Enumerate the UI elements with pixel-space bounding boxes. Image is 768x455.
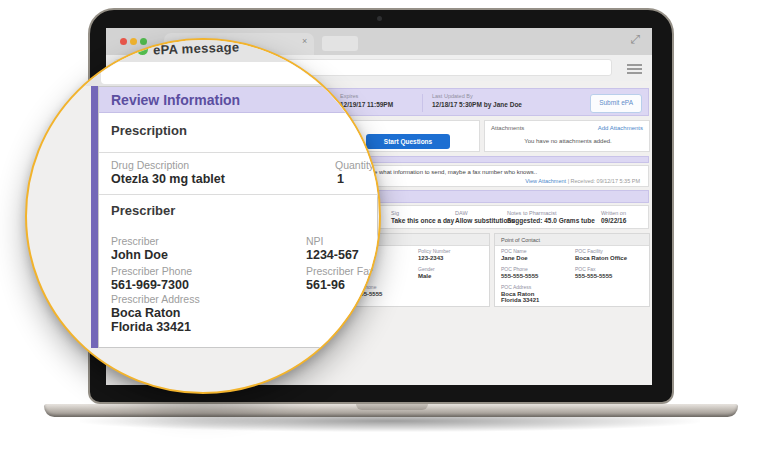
new-tab-stub[interactable]: [322, 36, 358, 51]
lens-drug-label: Drug Description: [111, 159, 189, 171]
poc-facility-value: Boca Raton Office: [575, 255, 627, 261]
written-on-field: Written on 09/22/16: [601, 206, 626, 224]
view-attachment-link[interactable]: View Attachment: [525, 178, 566, 184]
close-window-button[interactable]: [120, 38, 127, 45]
lens-prescriber-address-value: Boca Raton: [111, 306, 180, 320]
lens-prescriber-address-value2: Florida 33421: [111, 320, 191, 334]
submit-epa-button[interactable]: Submit ePA: [590, 94, 642, 113]
gender-field: Gender Male: [418, 266, 435, 279]
lens-npi-value: 1234-567: [306, 248, 359, 262]
attachments-empty-text: You have no attachments added.: [485, 138, 651, 144]
lens-prescriber-phone-label: Prescriber Phone: [111, 265, 192, 277]
notes-field: Notes to Pharmacist Suggested: 45.0 Gram…: [507, 206, 595, 224]
poc-address-value2: Florida 33421: [501, 297, 539, 303]
poc-address-label: POC Address: [501, 284, 539, 290]
written-on-label: Written on: [601, 210, 626, 216]
daw-value: Allow substitutions: [455, 217, 515, 224]
policy-number-label: Policy Number: [418, 248, 451, 254]
written-on-value: 09/22/16: [601, 217, 626, 224]
notes-label: Notes to Pharmacist: [507, 210, 595, 216]
lens-tab-title: ePA message: [153, 39, 240, 57]
qa-answer-text: A. Like what information to send, maybe …: [359, 169, 537, 175]
gender-label: Gender: [418, 266, 435, 272]
sig-label: Sig: [391, 210, 454, 216]
lens-prescriber-address-label: Prescriber Address: [111, 293, 200, 305]
daw-label: DAW: [455, 210, 515, 216]
lens-drug-value: Otezla 30 mg tablet: [111, 172, 225, 186]
lens-prescription-heading: Prescription: [99, 112, 377, 153]
lens-prescriber-heading: Prescriber: [99, 194, 377, 229]
poc-phone-field: POC Phone 555-555-5555: [501, 266, 538, 279]
gender-value: Male: [418, 273, 435, 279]
qa-meta: View Attachment | Received: 09/12/17 5:3…: [525, 178, 640, 184]
minimize-window-button[interactable]: [130, 38, 137, 45]
lens-prescriber-phone-value: 561-969-7300: [111, 278, 189, 292]
poc-fax-value: 555-555-5555: [575, 273, 612, 279]
add-attachments-link[interactable]: Add Attachments: [598, 125, 643, 131]
poc-phone-label: POC Phone: [501, 266, 538, 272]
sig-field: Sig Take this once a day: [391, 206, 454, 224]
poc-box: Point of Contact POC Name Jane Doe POC F…: [494, 233, 650, 307]
expires-value: 12/19/17 11:59PM: [340, 101, 393, 108]
lens-prescriber-fax-value: 561-96: [306, 278, 345, 292]
lens-prescriber-fax-label: Prescriber Fax: [306, 265, 374, 277]
lens-prescription-text: Prescription: [111, 123, 187, 138]
last-updated-value: 12/18/17 5:30PM by Jane Doe: [432, 101, 522, 108]
notes-value: Suggested: 45.0 Grams tube: [507, 217, 595, 224]
expires-label: Expires: [340, 93, 358, 99]
poc-box-title: Point of Contact: [501, 237, 540, 243]
expand-icon[interactable]: ⤢: [630, 32, 640, 46]
lens-qty-label: Quantity: [335, 159, 374, 171]
lens-prescriber-text: Prescriber: [111, 203, 175, 218]
poc-name-value: Jane Doe: [501, 255, 528, 261]
poc-name-label: POC Name: [501, 248, 528, 254]
poc-box-header: Point of Contact: [495, 234, 649, 246]
divider: [422, 94, 423, 112]
poc-fax-label: POC Fax: [575, 266, 612, 272]
policy-number-field: Policy Number 123-2343: [418, 248, 451, 261]
lens-prescriber-value: John Doe: [111, 248, 168, 262]
attachments-panel: Attachments Add Attachments You have no …: [484, 120, 650, 152]
received-timestamp: Received: 09/12/17 5:35 PM: [571, 178, 640, 184]
last-updated-label: Last Updated By: [432, 93, 473, 99]
laptop-base-notch: [356, 404, 428, 410]
start-questions-button[interactable]: Start Questions: [366, 134, 450, 149]
poc-facility-field: POC Facility Boca Raton Office: [575, 248, 627, 261]
lens-accent-stripe: [91, 86, 98, 348]
attachments-title: Attachments: [491, 125, 524, 131]
lens-qty-value: 1: [337, 172, 344, 186]
daw-field: DAW Allow substitutions: [455, 206, 515, 224]
menu-icon[interactable]: [627, 64, 642, 74]
poc-name-field: POC Name Jane Doe: [501, 248, 528, 261]
policy-number-value: 123-2343: [418, 255, 451, 261]
poc-address-field: POC Address Boca Raton Florida 33421: [501, 284, 539, 303]
sig-value: Take this once a day: [391, 217, 454, 224]
lens-prescriber-label: Prescriber: [111, 235, 159, 247]
magnifier-lens: ePA message Review Information Prescript…: [25, 38, 381, 394]
poc-phone-value: 555-555-5555: [501, 273, 538, 279]
webcam-icon: [377, 16, 382, 21]
poc-facility-label: POC Facility: [575, 248, 627, 254]
lens-npi-label: NPI: [306, 235, 324, 247]
poc-fax-field: POC Fax 555-555-5555: [575, 266, 612, 279]
lens-review-card: Review Information Prescription Drug Des…: [98, 86, 378, 348]
lens-review-title: Review Information: [111, 92, 240, 108]
zoom-window-button[interactable]: [140, 38, 147, 45]
close-tab-icon[interactable]: ×: [302, 37, 307, 46]
meta-divider: |: [568, 178, 569, 184]
